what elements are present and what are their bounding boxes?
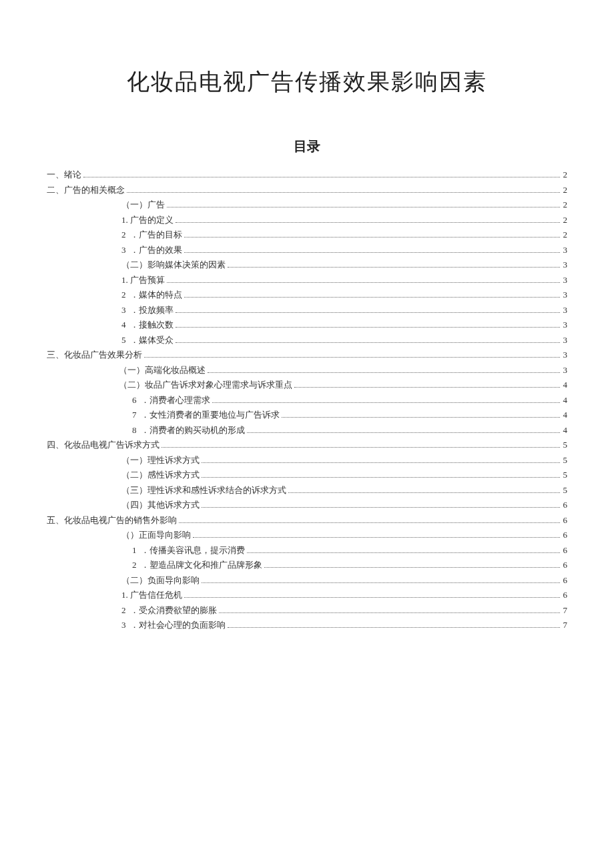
- toc-entry-label: （二）负面导向影响: [121, 576, 200, 584]
- toc-entry-page: 3: [562, 306, 568, 314]
- toc-leader-dots: [184, 252, 560, 253]
- toc-leader-dots: [219, 612, 560, 613]
- toc-entry: 3．对社会心理的负面影响7: [47, 620, 567, 630]
- toc-entry-page: 6: [562, 500, 568, 509]
- toc-entry-page: 3: [562, 350, 568, 359]
- toc-entry-label: ．女性消费者的重要地位与广告诉求: [141, 410, 280, 419]
- toc-leader-dots: [193, 537, 560, 538]
- toc-entry-page: 4: [562, 426, 568, 434]
- toc-entry: （二）妆品广告诉求对象心理需求与诉求重点4: [47, 380, 567, 390]
- toc-entry-page: 3: [562, 366, 568, 374]
- toc-entry-page: 4: [562, 410, 568, 419]
- toc-leader-dots: [228, 267, 560, 268]
- toc-entry: 2．塑造品牌文化和推广品牌形象6: [47, 560, 567, 570]
- toc-leader-dots: [212, 402, 560, 403]
- toc-entry-label: （一）理性诉求方式: [121, 456, 200, 464]
- toc-entry-label: ．媒体的特点: [130, 290, 182, 299]
- toc-entry-label: ．消费者的购买动机的形成: [141, 426, 245, 434]
- toc-entry-page: 2: [562, 215, 568, 224]
- toc-leader-dots: [202, 462, 560, 463]
- toc-leader-dots: [202, 582, 560, 583]
- toc-leader-dots: [179, 522, 560, 523]
- toc-entry: 7．女性消费者的重要地位与广告诉求4: [47, 410, 567, 420]
- toc-entry: 三、化妆品广告效果分析3: [47, 350, 567, 360]
- toc-leader-dots: [264, 567, 560, 568]
- toc-entry: 四、化妆品电视广告诉求方式5: [47, 440, 567, 450]
- toc-entry-page: 3: [562, 246, 568, 254]
- toc-leader-dots: [144, 357, 560, 358]
- toc-entry-page: 6: [562, 530, 568, 539]
- toc-entry-page: 3: [562, 336, 568, 344]
- toc-entry-label: ．媒体受众: [130, 336, 174, 344]
- toc-leader-dots: [184, 237, 560, 238]
- toc-entry-label: 一、绪论: [47, 170, 81, 179]
- toc-entry-label: 二、广告的相关概念: [47, 185, 125, 194]
- toc-entry-label: ．传播美容讯息，提示消费: [141, 546, 245, 554]
- document-title: 化妆品电视广告传播效果影响因素: [47, 67, 567, 97]
- toc-entry-page: 2: [562, 200, 568, 209]
- toc-leader-dots: [282, 417, 560, 418]
- toc-entry: （）正面导向影响6: [47, 530, 567, 540]
- toc-entry-label: （二）妆品广告诉求对象心理需求与诉求重点: [119, 380, 292, 389]
- toc-entry-number: 8: [132, 426, 141, 434]
- toc-entry-label: 四、化妆品电视广告诉求方式: [47, 440, 160, 449]
- toc-entry-number: 3: [121, 246, 130, 254]
- toc-leader-dots: [247, 552, 560, 553]
- toc-entry: 2．媒体的特点3: [47, 290, 567, 300]
- document-page: 化妆品电视广告传播效果影响因素 目录 一、绪论2二、广告的相关概念2（一）广告2…: [0, 0, 614, 868]
- toc-leader-dots: [294, 387, 560, 388]
- toc-entry-page: 6: [562, 576, 568, 584]
- toc-entry-page: 5: [562, 486, 568, 494]
- toc-entry-label: ．受众消费欲望的膨胀: [130, 606, 217, 614]
- toc-entry: 五、化妆品电视广告的销售外影响6: [47, 516, 567, 525]
- toc-entry: （三）理性诉求和感性诉求结合的诉求方式5: [47, 486, 567, 495]
- toc-leader-dots: [208, 372, 560, 373]
- toc-entry-label: ．广告的效果: [130, 246, 182, 254]
- toc-leader-dots: [184, 297, 560, 298]
- toc-entry-page: 5: [562, 440, 568, 449]
- toc-entry-label: （二）感性诉求方式: [121, 470, 200, 479]
- toc-entry-page: 5: [562, 470, 568, 479]
- toc-entry-number: 5: [121, 336, 130, 344]
- toc-entry-page: 2: [562, 170, 568, 179]
- toc-entry: 2．广告的目标2: [47, 230, 567, 240]
- toc-leader-dots: [176, 342, 560, 343]
- toc-entry-label: 1. 广告的定义: [121, 215, 174, 224]
- toc-entry: 4．接触次数3: [47, 320, 567, 330]
- toc-entry: 3．广告的效果3: [47, 246, 567, 255]
- toc-entry-page: 3: [562, 260, 568, 269]
- toc-entry: （二）感性诉求方式5: [47, 470, 567, 480]
- toc-entry: （二）影响媒体决策的因素3: [47, 260, 567, 270]
- toc-entry: 8．消费者的购买动机的形成4: [47, 426, 567, 435]
- toc-entry-page: 2: [562, 230, 568, 239]
- toc-entry-label: ．对社会心理的负面影响: [130, 620, 226, 629]
- toc-entry: 2．受众消费欲望的膨胀7: [47, 606, 567, 615]
- toc-leader-dots: [202, 477, 560, 478]
- toc-entry-label: （三）理性诉求和感性诉求结合的诉求方式: [121, 486, 286, 494]
- toc-entry-page: 6: [562, 560, 568, 569]
- table-of-contents: 一、绪论2二、广告的相关概念2（一）广告21. 广告的定义22．广告的目标23．…: [47, 170, 567, 630]
- toc-entry-page: 6: [562, 516, 568, 524]
- toc-entry-number: 6: [132, 396, 141, 404]
- toc-entry-number: 2: [132, 560, 141, 569]
- toc-entry-number: 3: [121, 620, 130, 629]
- toc-leader-dots: [127, 192, 560, 193]
- toc-entry: 1. 广告预算3: [47, 276, 567, 285]
- toc-entry-number: 7: [132, 410, 141, 419]
- toc-entry-label: 五、化妆品电视广告的销售外影响: [47, 516, 177, 524]
- toc-entry-number: 2: [121, 290, 130, 299]
- toc-entry-page: 2: [562, 185, 568, 194]
- toc-leader-dots: [167, 207, 560, 207]
- toc-entry-page: 5: [562, 456, 568, 464]
- toc-entry: 5．媒体受众3: [47, 336, 567, 345]
- toc-entry-label: ．消费者心理需求: [141, 396, 210, 404]
- toc-leader-dots: [176, 327, 560, 328]
- toc-entry-page: 6: [562, 590, 568, 599]
- toc-entry-number: 2: [121, 606, 130, 614]
- toc-entry-label: （）正面导向影响: [121, 530, 191, 539]
- toc-entry: （二）负面导向影响6: [47, 576, 567, 585]
- toc-leader-dots: [176, 312, 560, 313]
- toc-entry-label: （一）广告: [121, 200, 165, 209]
- toc-entry: （一）理性诉求方式5: [47, 456, 567, 465]
- toc-leader-dots: [202, 507, 560, 508]
